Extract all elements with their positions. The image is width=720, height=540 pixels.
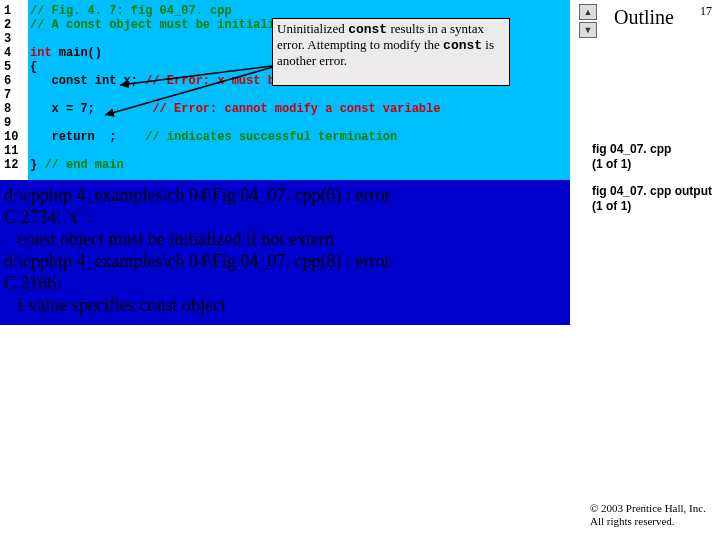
callout-const-2: const (443, 38, 482, 53)
nav-buttons: ▲ ▼ (579, 4, 597, 40)
code-line-1: // Fig. 4. 7: fig 04_07. cpp (30, 4, 232, 18)
code-main: main() (52, 46, 102, 60)
code-brace-close: } (30, 158, 44, 172)
line-numbers: 1 2 3 4 5 6 7 8 9 10 11 12 (0, 0, 28, 180)
code-note10: // indicates successful termination (145, 130, 397, 144)
code-err2: // Error: cannot modify a const variable (152, 102, 440, 116)
code-return: return ; (30, 130, 145, 144)
nav-next-button[interactable]: ▼ (579, 22, 597, 38)
code-note12: // end main (44, 158, 123, 172)
code-brace-open: { (30, 60, 37, 74)
code-int-kw: int (30, 46, 52, 60)
side-label-output: fig 04_07. cpp output (1 of 1) (592, 184, 712, 214)
nav-prev-button[interactable]: ▲ (579, 4, 597, 20)
code-line-2: // A const object must be initialized (30, 18, 296, 32)
copyright: © 2003 Prentice Hall, Inc. All rights re… (590, 502, 720, 528)
side-label-source: fig 04_07. cpp (1 of 1) (592, 142, 671, 172)
code-const-decl: const int x; (30, 74, 145, 88)
code-assign: x = 7; (30, 102, 152, 116)
page-number: 17 (700, 4, 712, 19)
outline-title: Outline (614, 6, 674, 29)
compiler-output: d:\cpphtp 4_examples\ch 04\Fig 04_07. cp… (0, 182, 578, 318)
callout-const-1: const (348, 22, 387, 37)
callout-text-1: Uninitialized (277, 21, 348, 36)
callout-box: Uninitialized const results in a syntax … (272, 18, 510, 86)
slide: 1 2 3 4 5 6 7 8 9 10 11 12 // Fig. 4. 7:… (0, 0, 720, 540)
